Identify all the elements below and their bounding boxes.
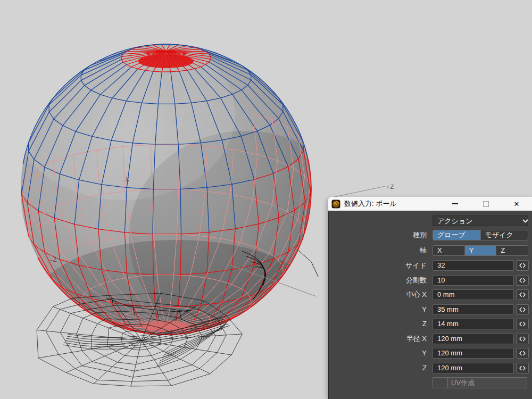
field-spinner-3[interactable] bbox=[516, 304, 529, 315]
close-icon: ✕ bbox=[514, 201, 520, 207]
field-row-6: Y120 mm bbox=[329, 348, 532, 359]
field-spinner-1[interactable] bbox=[516, 275, 529, 286]
left-right-arrows-icon bbox=[519, 351, 526, 356]
left-right-arrows-icon bbox=[519, 336, 526, 342]
segmented-row-1: 軸XYZ bbox=[329, 245, 532, 256]
field-input-7[interactable]: 120 mm bbox=[433, 363, 514, 373]
field-label: 中心 X bbox=[406, 289, 427, 300]
close-button[interactable]: ✕ bbox=[501, 197, 532, 211]
field-spinner-7[interactable] bbox=[516, 363, 529, 373]
axis-label--Z: -Z bbox=[51, 256, 57, 263]
field-label: Y bbox=[422, 304, 427, 315]
field-input-3[interactable]: 35 mm bbox=[433, 304, 514, 315]
left-right-arrows-icon bbox=[519, 263, 526, 268]
field-label: Y bbox=[422, 348, 427, 359]
minimize-icon bbox=[452, 203, 458, 204]
left-right-arrows-icon bbox=[519, 292, 526, 297]
segmented-control: グローブモザイク bbox=[433, 230, 528, 240]
segmented-control: XYZ bbox=[433, 245, 528, 256]
field-row-2: 中心 X0 mm bbox=[329, 289, 532, 300]
left-right-arrows-icon bbox=[519, 307, 526, 312]
field-spinner-2[interactable] bbox=[516, 289, 529, 300]
field-input-2[interactable]: 0 mm bbox=[433, 289, 514, 300]
left-right-arrows-icon bbox=[519, 278, 526, 283]
row-label: 軸 bbox=[420, 245, 427, 256]
uv-create-button[interactable]: UV作成 bbox=[433, 377, 527, 388]
action-row: アクション bbox=[329, 215, 532, 226]
field-row-1: 分割数10 bbox=[329, 275, 532, 286]
field-row-4: Z14 mm bbox=[329, 319, 532, 329]
chevron-down-icon bbox=[522, 219, 528, 223]
metasequoia-icon bbox=[331, 200, 340, 209]
axis-label-+Z: +Z bbox=[386, 184, 394, 190]
segment-option-1-2[interactable]: Z bbox=[496, 246, 528, 255]
field-input-0[interactable]: 32 bbox=[433, 260, 514, 271]
segmented-row-0: 種別グローブモザイク bbox=[329, 230, 532, 240]
minimize-button[interactable] bbox=[439, 197, 470, 211]
field-spinner-6[interactable] bbox=[516, 348, 529, 359]
field-input-5[interactable]: 120 mm bbox=[433, 334, 514, 344]
field-row-0: サイド32 bbox=[329, 260, 532, 271]
field-row-5: 半径 X120 mm bbox=[329, 334, 532, 344]
segment-option-1-1[interactable]: Y bbox=[465, 246, 497, 255]
field-spinner-4[interactable] bbox=[516, 319, 529, 329]
axis-label--X: -X bbox=[123, 176, 130, 182]
maximize-icon bbox=[483, 201, 489, 207]
action-dropdown[interactable]: アクション bbox=[433, 215, 528, 226]
field-label: Z bbox=[422, 319, 427, 329]
field-label: Z bbox=[422, 363, 427, 373]
field-label: 分割数 bbox=[406, 275, 427, 286]
field-row-3: Y35 mm bbox=[329, 304, 532, 315]
segment-option-0-0[interactable]: グローブ bbox=[433, 230, 481, 240]
field-label: サイド bbox=[405, 260, 427, 271]
left-right-arrows-icon bbox=[519, 365, 526, 371]
field-input-4[interactable]: 14 mm bbox=[433, 319, 514, 329]
segment-option-0-1[interactable]: モザイク bbox=[481, 230, 528, 240]
field-input-1[interactable]: 10 bbox=[433, 275, 514, 286]
field-row-7: Z120 mm bbox=[329, 363, 532, 373]
field-input-6[interactable]: 120 mm bbox=[433, 348, 514, 359]
maximize-button[interactable] bbox=[470, 197, 501, 211]
uv-create-checkbox[interactable] bbox=[433, 378, 448, 388]
field-spinner-0[interactable] bbox=[516, 260, 529, 271]
field-label: 半径 X bbox=[406, 334, 427, 344]
dialog-titlebar[interactable]: 数値入力: ボール ✕ bbox=[328, 197, 532, 211]
left-right-arrows-icon bbox=[519, 321, 526, 327]
dialog-body: アクション 種別グローブモザイク軸XYZ サイド32分割数10中心 X0 mmY… bbox=[328, 211, 532, 399]
segment-option-1-0[interactable]: X bbox=[433, 246, 465, 255]
dialog-title: 数値入力: ボール bbox=[344, 199, 397, 209]
row-label: 種別 bbox=[413, 230, 427, 240]
uv-create-label: UV作成 bbox=[448, 378, 527, 388]
field-spinner-5[interactable] bbox=[516, 334, 529, 344]
numeric-input-dialog: 数値入力: ボール ✕ アクション 種別グローブモザイク軸XYZ サイド32分割… bbox=[328, 197, 532, 399]
